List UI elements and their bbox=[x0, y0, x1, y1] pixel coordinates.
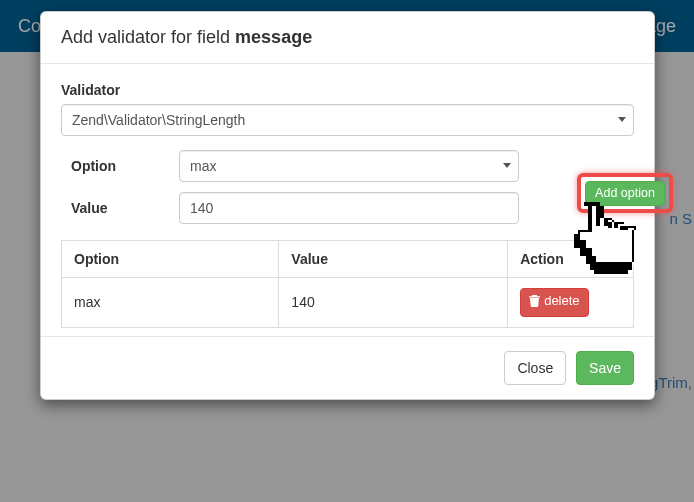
table-header-row: Option Value Action bbox=[62, 241, 634, 278]
th-value: Value bbox=[279, 241, 508, 278]
value-label: Value bbox=[71, 200, 179, 216]
validator-select[interactable]: Zend\Validator\StringLength bbox=[61, 104, 634, 136]
cell-option: max bbox=[62, 278, 279, 328]
add-validator-modal: Add validator for field message Validato… bbox=[40, 11, 655, 400]
modal-title-prefix: Add validator for field bbox=[61, 27, 235, 47]
trash-icon bbox=[529, 294, 540, 313]
modal-body: Validator Zend\Validator\StringLength Op… bbox=[41, 64, 654, 336]
cell-value: 140 bbox=[279, 278, 508, 328]
close-button[interactable]: Close bbox=[504, 351, 566, 385]
cell-action: delete bbox=[508, 278, 634, 328]
table-row: max 140 delete bbox=[62, 278, 634, 328]
validator-label: Validator bbox=[61, 82, 634, 98]
modal-footer: Close Save bbox=[41, 336, 654, 399]
value-input[interactable] bbox=[179, 192, 519, 224]
options-table: Option Value Action max 140 delete bbox=[61, 240, 634, 328]
option-select[interactable]: max bbox=[179, 150, 519, 182]
th-action: Action bbox=[508, 241, 634, 278]
modal-header: Add validator for field message bbox=[41, 12, 654, 64]
modal-title-field: message bbox=[235, 27, 312, 47]
delete-button[interactable]: delete bbox=[520, 288, 588, 317]
delete-button-label: delete bbox=[544, 293, 579, 308]
save-button[interactable]: Save bbox=[576, 351, 634, 385]
modal-title: Add validator for field message bbox=[61, 27, 634, 48]
add-option-button[interactable]: Add option bbox=[585, 181, 665, 206]
option-label: Option bbox=[71, 158, 179, 174]
th-option: Option bbox=[62, 241, 279, 278]
